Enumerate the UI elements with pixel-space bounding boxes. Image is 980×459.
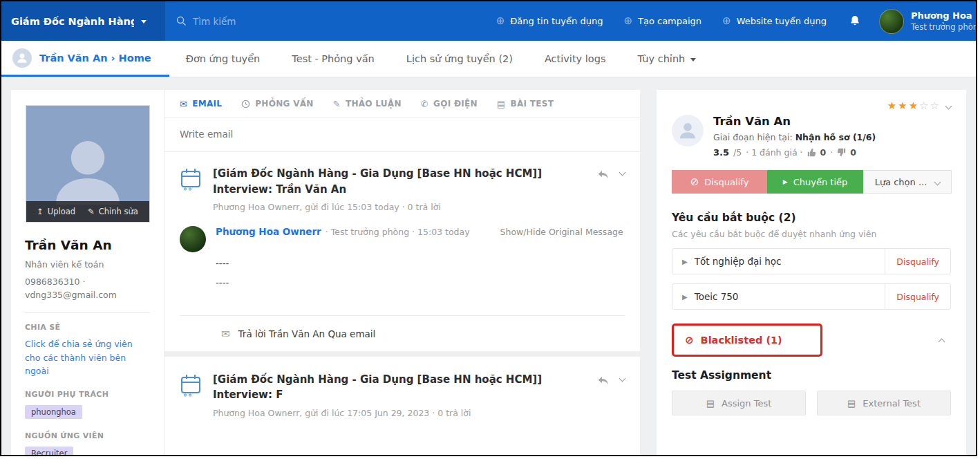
edit-photo-button[interactable]: ✎ Chỉnh sửa [88, 207, 138, 216]
candidate-header-texts: Trần Văn An Giai đoạn hiện tại: Nhận hồ … [713, 115, 876, 158]
source-badge: Recruiter [25, 447, 73, 456]
user-role: Test trưởng phòng [911, 22, 976, 32]
global-search[interactable] [176, 16, 345, 27]
dislikes-count: 0 [850, 147, 856, 158]
reply-label: Trả lời Trần Văn An Qua email [238, 328, 376, 339]
blacklisted-section: ⊘ Blacklisted (1) [672, 324, 951, 357]
candidate-job-title: Nhân viên kế toán [25, 259, 150, 272]
sender-name-link[interactable]: Phương Hoa Ownerr [216, 226, 321, 237]
tab-label: BÀI TEST [510, 99, 554, 109]
user-menu[interactable]: Phương Hoa ... Test trưởng phòng [879, 9, 976, 34]
stars-empty: ☆☆ [919, 100, 941, 112]
blacklisted-badge[interactable]: ⊘ Blacklisted (1) [672, 324, 822, 357]
requirement-row[interactable]: ▶ Toeic 750 Disqualify [672, 283, 951, 310]
tab-test-interview[interactable]: Test - Phỏng vấn [292, 53, 374, 64]
tab-label: Test - Phỏng vấn [292, 53, 374, 64]
star-rating[interactable]: ★★★☆☆ [887, 100, 941, 112]
tab-email[interactable]: ✉ EMAIL [180, 99, 222, 109]
forward-button[interactable]: ▶ Chuyển tiếp [767, 170, 863, 194]
envelope-icon: ✉ [221, 328, 230, 340]
requirement-disqualify-link[interactable]: Disqualify [885, 249, 950, 274]
assignee-section-label: NGƯỜI PHỤ TRÁCH [25, 390, 150, 399]
tab-label: GỌI ĐIỆN [433, 99, 478, 109]
tab-call[interactable]: ✆ GỌI ĐIỆN [421, 99, 478, 109]
reply-icon[interactable] [598, 170, 609, 180]
share-candidate-link[interactable]: Click để chia sẻ ứng viên cho các thành … [25, 337, 150, 377]
separator-dot: · [830, 147, 833, 158]
options-dropdown[interactable]: Lựa chọn ... [863, 170, 952, 194]
email-summary[interactable]: [Giám Đốc Ngành Hàng - Gia Dụng [Base HN… [213, 372, 598, 418]
tab-customize[interactable]: Tùy chỉnh [637, 53, 696, 64]
chevron-down-icon[interactable] [945, 102, 952, 109]
tab-label: THẢO LUẬN [346, 99, 402, 109]
thread-block: ✉ EMAIL PHỎNG VẤN ✎ THẢO LUẬN ✆ [164, 90, 640, 351]
chevron-down-icon[interactable] [619, 169, 626, 176]
sender-avatar [180, 226, 206, 252]
blacklisted-label: Blacklisted (1) [701, 335, 782, 346]
upload-label: Upload [48, 207, 75, 216]
email-subject: [Giám Đốc Ngành Hàng - Gia Dụng [Base HN… [213, 166, 591, 197]
plus-circle-icon: ⊕ [496, 16, 505, 26]
source-section-label: NGUỒN ỨNG VIÊN [25, 431, 150, 440]
upload-photo-button[interactable]: ↥ Upload [37, 207, 75, 216]
top-bar: Giám Đốc Ngành Hàng - Gi... ⊕ Đăng tin t… [1, 1, 976, 41]
disqualify-button[interactable]: ⊘ Disqualify [672, 170, 767, 194]
tab-test[interactable]: ▤ BÀI TEST [497, 99, 554, 109]
user-texts: Phương Hoa ... Test trưởng phòng [911, 10, 976, 32]
chevron-down-icon[interactable] [619, 375, 626, 382]
project-dropdown-label: Giám Đốc Ngành Hàng - Gi... [11, 16, 134, 27]
search-input[interactable] [193, 16, 345, 27]
email-item: [Giám Đốc Ngành Hàng - Gia Dụng [Base HN… [164, 152, 640, 216]
email-summary[interactable]: [Giám Đốc Ngành Hàng - Gia Dụng [Base HN… [213, 166, 598, 212]
candidate-actions: ⊘ Disqualify ▶ Chuyển tiếp Lựa chọn ... [672, 170, 951, 194]
create-campaign-button[interactable]: ⊕ Tạo campaign [623, 16, 701, 26]
tab-applications[interactable]: Đơn ứng tuyển [186, 53, 261, 64]
tab-history[interactable]: Lịch sử ứng tuyển (2) [406, 53, 513, 64]
candidate-panel: ★★★☆☆ Trần Văn An Giai đoạn hiện tại: Nh… [657, 90, 966, 456]
tab-label: EMAIL [192, 99, 222, 109]
requirement-disqualify-link[interactable]: Disqualify [885, 284, 950, 309]
toggle-original-message-link[interactable]: Show/Hide Original Message [500, 227, 623, 237]
notifications-button[interactable] [849, 15, 861, 28]
post-job-label: Đăng tin tuyển dụng [510, 16, 603, 26]
requirement-label: Tốt nghiệp đại học [695, 256, 782, 267]
chevron-up-icon[interactable] [939, 338, 945, 345]
thumb-up-icon [807, 148, 816, 157]
tab-discussion[interactable]: ✎ THẢO LUẬN [333, 99, 402, 109]
message-line: ---- [216, 273, 625, 292]
email-meta: Phương Hoa Ownerr, gửi đi lúc 17:05 Jun … [213, 408, 591, 418]
person-icon [15, 51, 29, 65]
requirement-row[interactable]: ▶ Tốt nghiệp đại học Disqualify [672, 248, 951, 274]
stage-value: Nhận hồ sơ (1/6) [795, 132, 876, 142]
email-message: Phương Hoa Ownerr · Test trưởng phòng · … [164, 216, 640, 293]
email-subject: [Giám Đốc Ngành Hàng - Gia Dụng [Base HN… [213, 372, 591, 403]
breadcrumb[interactable]: Trần Văn An › Home [1, 41, 169, 77]
ban-icon: ⊘ [685, 335, 694, 346]
tab-label: Lịch sử ứng tuyển (2) [406, 53, 513, 64]
post-job-button[interactable]: ⊕ Đăng tin tuyển dụng [496, 16, 603, 26]
nav-bar: Trần Văn An › Home Đơn ứng tuyển Test - … [1, 41, 976, 77]
career-site-button[interactable]: ⊕ Website tuyển dụng [722, 16, 827, 26]
clock-icon [241, 100, 250, 109]
chevron-down-icon [141, 20, 147, 24]
tab-label: PHỎNG VẤN [255, 99, 313, 109]
tab-interview[interactable]: PHỎNG VẤN [241, 99, 313, 109]
reply-via-email-button[interactable]: ✉ Trả lời Trần Văn An Qua email [180, 315, 625, 351]
requirements-title: Yêu cầu bắt buộc (2) [672, 212, 951, 224]
email-item: [Giám Đốc Ngành Hàng - Gia Dụng [Base HN… [164, 357, 640, 422]
upload-icon: ↥ [37, 207, 44, 216]
tab-activity-logs[interactable]: Activity logs [545, 53, 606, 64]
message-line: ---- [216, 254, 625, 273]
user-name: Phương Hoa ... [911, 10, 976, 21]
assign-test-button[interactable]: ▤ Assign Test [672, 391, 806, 415]
reply-icon[interactable] [598, 376, 609, 386]
external-test-button[interactable]: ▤ External Test [817, 391, 951, 415]
bell-icon [849, 15, 861, 28]
project-dropdown[interactable]: Giám Đốc Ngành Hàng - Gi... [1, 1, 165, 41]
phone-icon: ✆ [421, 100, 428, 109]
candidate-contact: 0986836310 · vdng335@gmail.com [25, 276, 150, 302]
assignee-badge: phuonghoa [25, 405, 82, 419]
play-icon: ▶ [783, 179, 788, 185]
write-email-field[interactable]: Write email [164, 118, 640, 152]
career-site-label: Website tuyển dụng [737, 16, 827, 26]
